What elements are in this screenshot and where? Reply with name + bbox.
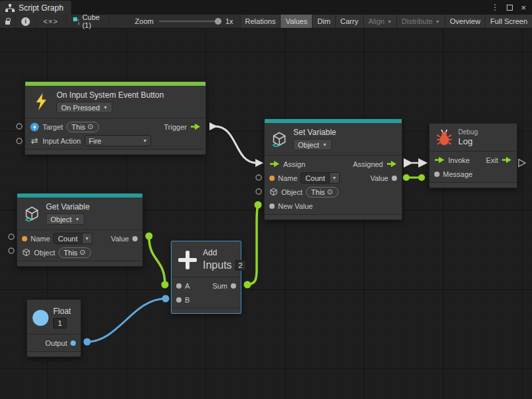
tab-script-graph[interactable]: Script Graph [0, 1, 71, 15]
float-node-header[interactable]: Float 1 [27, 300, 80, 334]
info-button[interactable]: i [16, 15, 36, 28]
graph-canvas[interactable]: Script Graph ⋮ × i <×> Cube (1) Zoom 1x … [0, 0, 532, 399]
sum-output-port[interactable] [231, 283, 236, 289]
target-icon: ⊙ [327, 188, 333, 196]
variable-name-dropdown[interactable]: Count ▼ [301, 172, 339, 184]
values-button[interactable]: Values [280, 15, 312, 28]
target-object-picker[interactable]: This ⊙ [66, 122, 99, 132]
tab-title: Script Graph [19, 3, 63, 13]
name-input-port[interactable] [269, 176, 275, 181]
inputs-count-field[interactable]: 2 [235, 260, 246, 271]
distribute-button[interactable]: Distribute▼ [396, 15, 444, 28]
setvar-kind-dropdown[interactable]: Object ▼ [293, 139, 332, 150]
close-icon[interactable]: × [521, 3, 526, 12]
assigned-output-port[interactable] [386, 160, 397, 168]
game-object-port-icon[interactable] [30, 122, 39, 132]
variable-cube-icon: <> [271, 131, 287, 147]
node-get-variable[interactable]: <> Get Variable Object ▼ Name Count ▼ Va… [17, 193, 143, 267]
debug-node-header[interactable]: Debug Log [430, 124, 517, 151]
value-label: Value [370, 174, 388, 182]
maximize-icon[interactable] [507, 5, 513, 11]
value-label: Value [111, 235, 129, 243]
object-picker[interactable]: This ⊙ [306, 187, 338, 198]
message-input-port[interactable] [434, 172, 440, 177]
event-node-header[interactable]: On Input System Event Button On Pressed … [25, 86, 205, 118]
exit-port-marker[interactable] [519, 160, 525, 167]
graph-target[interactable]: Cube (1) [66, 15, 110, 28]
align-button[interactable]: Align▼ [363, 15, 396, 28]
node-footer [17, 261, 142, 266]
float-output-row: Output [27, 336, 80, 350]
object-cube-icon [22, 248, 31, 257]
value-output-port[interactable] [132, 236, 138, 241]
exit-output-port[interactable] [501, 156, 512, 164]
node-footer [265, 214, 402, 219]
setvar-node-header[interactable]: <> Set Variable Object ▼ [265, 123, 402, 155]
overview-button[interactable]: Overview [445, 15, 485, 28]
object-label: Object [34, 249, 55, 257]
add-node-header[interactable]: Add Inputs 2 [172, 241, 241, 277]
node-on-input-system-event-button[interactable]: On Input System Event Button On Pressed … [25, 81, 206, 155]
collapse-button[interactable]: <×> [36, 15, 66, 28]
name-label: Name [31, 235, 50, 243]
setvar-name-outer-port[interactable] [256, 175, 261, 180]
wire-float-to-b[interactable] [84, 295, 170, 346]
new-value-input-port[interactable] [269, 203, 275, 209]
output-port[interactable] [70, 340, 76, 346]
wire-trigger-to-assign[interactable] [209, 122, 263, 167]
wire-assigned-to-invoke[interactable] [404, 158, 428, 168]
zoom-slider-handle[interactable] [215, 18, 221, 25]
node-debug-log[interactable]: Debug Log Invoke Exit Message [429, 123, 517, 188]
target-icon: ⊙ [80, 248, 86, 257]
wire-getvalue-to-a[interactable] [146, 233, 169, 289]
float-value-field[interactable]: 1 [53, 318, 66, 329]
fullscreen-button[interactable]: Full Screen [485, 15, 532, 28]
b-input-port[interactable] [176, 297, 182, 303]
setvar-object-outer-port[interactable] [256, 189, 261, 194]
object-label: Object [281, 188, 303, 196]
input-action-dropdown[interactable]: Fire ▼ [84, 135, 151, 146]
relations-button[interactable]: Relations [240, 15, 281, 28]
assign-input-port[interactable] [269, 160, 280, 168]
node-float[interactable]: Float 1 Output [27, 299, 81, 357]
caret-down-icon: ▼ [387, 19, 392, 24]
object-picker[interactable]: This ⊙ [59, 247, 91, 258]
b-label: B [185, 296, 190, 304]
node-add[interactable]: Add Inputs 2 A Sum B [171, 241, 241, 314]
node-set-variable[interactable]: <> Set Variable Object ▼ Assign Assigned [264, 118, 402, 220]
getvar-kind-dropdown[interactable]: Object ▼ [46, 213, 84, 225]
getvar-name-outer-port[interactable] [9, 234, 14, 239]
assign-label: Assign [283, 160, 305, 168]
event-mode-dropdown[interactable]: On Pressed ▼ [57, 102, 112, 113]
getvar-object-outer-port[interactable] [9, 248, 14, 253]
invoke-input-port[interactable] [434, 156, 445, 164]
zoom-label: Zoom [135, 17, 154, 25]
node-graph-icon [73, 17, 79, 25]
object-cube-icon [269, 188, 278, 196]
add-a-row: A Sum [172, 279, 241, 293]
value-output-port[interactable] [392, 176, 397, 181]
wire-value-to-message[interactable] [403, 174, 425, 181]
invoke-label: Invoke [448, 156, 469, 164]
caret-down-icon: ▼ [436, 19, 440, 24]
a-input-port[interactable] [176, 283, 182, 289]
node-footer [27, 351, 80, 356]
event-action-outer-port[interactable] [17, 138, 22, 144]
event-target-outer-port[interactable] [17, 124, 22, 129]
info-icon: i [21, 17, 30, 26]
zoom-slider-track[interactable] [159, 21, 220, 22]
lightning-icon [35, 93, 48, 110]
lock-button[interactable] [0, 15, 16, 28]
trigger-output-port[interactable] [190, 123, 201, 130]
carry-button[interactable]: Carry [335, 15, 363, 28]
window-menu-icon[interactable]: ⋮ [491, 3, 499, 12]
getvar-node-header[interactable]: <> Get Variable Object ▼ [17, 198, 142, 229]
variable-name-dropdown[interactable]: Count ▼ [53, 233, 92, 244]
event-action-row: ⇄ Input Action Fire ▼ [25, 134, 205, 148]
node-title: Set Variable [293, 128, 336, 137]
wire-sum-to-newvalue[interactable] [244, 201, 262, 289]
setvar-name-row: Name Count ▼ Value [265, 171, 402, 185]
node-footer [25, 149, 205, 154]
name-input-port[interactable] [22, 236, 27, 241]
dim-button[interactable]: Dim [312, 15, 335, 28]
